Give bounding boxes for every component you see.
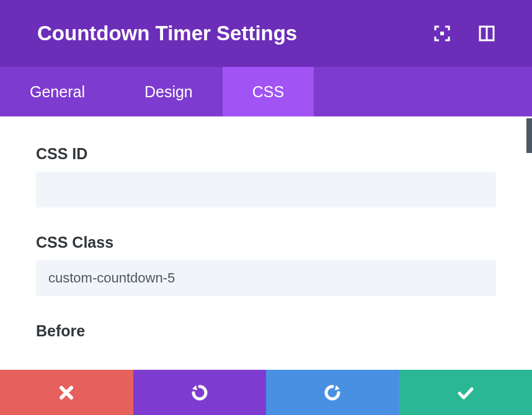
content-area: CSS ID CSS Class Before — [0, 116, 532, 370]
css-class-input[interactable] — [36, 260, 496, 296]
check-icon — [456, 383, 476, 403]
close-icon — [58, 384, 75, 401]
panel-icon[interactable] — [479, 25, 495, 42]
svg-rect-0 — [440, 32, 444, 35]
redo-icon — [322, 383, 342, 403]
tab-general[interactable]: General — [0, 67, 115, 116]
css-id-input[interactable] — [36, 172, 496, 208]
css-class-label: CSS Class — [36, 234, 496, 251]
cancel-button[interactable] — [0, 370, 133, 415]
before-label: Before — [36, 322, 496, 340]
tab-design[interactable]: Design — [115, 67, 223, 116]
settings-title: Countdown Timer Settings — [37, 22, 297, 45]
header-icons — [434, 25, 495, 42]
tab-css[interactable]: CSS — [223, 67, 314, 116]
footer-actions — [0, 370, 532, 415]
redo-button[interactable] — [266, 370, 399, 415]
expand-icon[interactable] — [434, 25, 450, 42]
undo-button[interactable] — [133, 370, 267, 415]
save-button[interactable] — [399, 370, 533, 415]
tabs-bar: General Design CSS — [0, 67, 532, 116]
undo-icon — [190, 383, 210, 403]
settings-header: Countdown Timer Settings — [0, 0, 532, 67]
css-id-label: CSS ID — [36, 145, 496, 163]
